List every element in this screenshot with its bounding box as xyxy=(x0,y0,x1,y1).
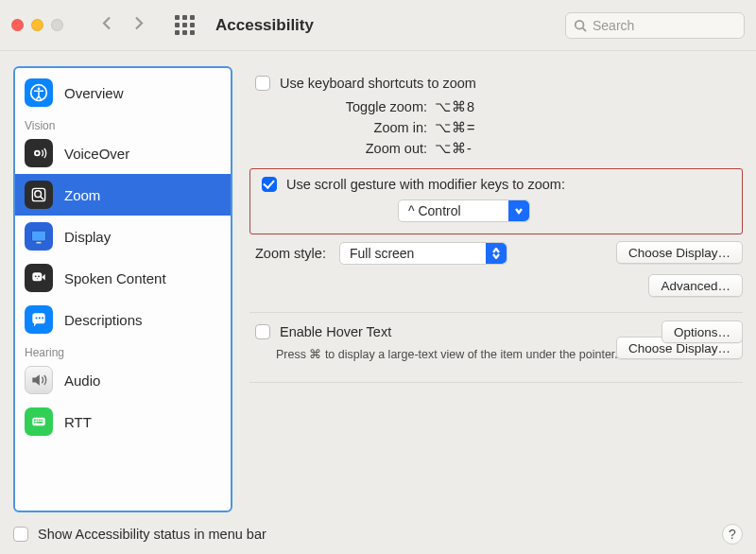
zoom-style-value: Full screen xyxy=(350,246,414,261)
sidebar-item-label: Zoom xyxy=(64,187,100,203)
rtt-icon xyxy=(25,407,53,436)
sidebar-item-display[interactable]: Display xyxy=(15,216,231,257)
search-icon xyxy=(574,19,587,32)
zoom-out-value: ⌥⌘- xyxy=(435,138,586,159)
svg-point-18 xyxy=(42,317,43,319)
modifier-key-select[interactable]: ^ Control xyxy=(398,199,530,222)
window-minimize-button[interactable] xyxy=(31,19,43,31)
sidebar-item-label: Audio xyxy=(64,372,100,389)
back-button[interactable] xyxy=(99,15,114,35)
help-button[interactable]: ? xyxy=(722,524,743,545)
window-zoom-button[interactable] xyxy=(51,19,63,31)
show-all-prefs-button[interactable] xyxy=(175,15,195,35)
accessibility-icon xyxy=(25,78,53,107)
sidebar-item-audio[interactable]: Audio xyxy=(15,359,231,401)
chevron-right-icon xyxy=(131,15,146,31)
svg-point-7 xyxy=(35,191,42,198)
svg-point-3 xyxy=(38,88,41,91)
sidebar-item-spoken-content[interactable]: Spoken Content xyxy=(15,257,231,299)
svg-rect-20 xyxy=(34,420,36,422)
enable-hover-text-label: Enable Hover Text xyxy=(280,324,391,339)
sidebar-item-descriptions[interactable]: Descriptions xyxy=(15,299,231,340)
use-scroll-gesture-label: Use scroll gesture with modifier keys to… xyxy=(286,177,565,192)
spoken-content-icon xyxy=(25,264,53,292)
search-placeholder: Search xyxy=(593,18,634,33)
svg-line-1 xyxy=(583,27,587,31)
zoom-in-label: Zoom in: xyxy=(284,117,435,138)
footer: Show Accessibility status in menu bar ? xyxy=(13,524,743,545)
sidebar-group-vision: Vision xyxy=(15,113,231,132)
svg-rect-9 xyxy=(32,231,46,241)
sidebar-item-label: Spoken Content xyxy=(64,270,166,286)
svg-rect-23 xyxy=(42,420,43,422)
sidebar-item-label: Display xyxy=(64,229,111,245)
use-keyboard-shortcuts-label: Use keyboard shortcuts to zoom xyxy=(280,76,476,91)
svg-point-12 xyxy=(35,275,37,277)
scroll-gesture-highlight: Use scroll gesture with modifier keys to… xyxy=(249,168,743,234)
sidebar-item-voiceover[interactable]: VoiceOver xyxy=(15,132,231,174)
options-button[interactable]: Options… xyxy=(662,320,743,343)
advanced-button[interactable]: Advanced… xyxy=(648,274,743,297)
sidebar-item-label: RTT xyxy=(64,414,92,430)
sidebar-item-label: Overview xyxy=(64,85,124,101)
nav-arrows xyxy=(99,15,146,35)
svg-point-17 xyxy=(39,317,41,319)
zoom-style-label: Zoom style: xyxy=(255,246,330,261)
sidebar-item-overview[interactable]: Overview xyxy=(15,72,231,113)
svg-rect-21 xyxy=(37,420,39,422)
zoom-in-value: ⌥⌘= xyxy=(435,117,586,138)
svg-rect-22 xyxy=(39,420,41,422)
sidebar-item-label: VoiceOver xyxy=(64,146,129,162)
svg-point-16 xyxy=(35,317,37,319)
window-title: Accessibility xyxy=(215,16,314,35)
svg-rect-25 xyxy=(37,422,43,424)
zoom-icon xyxy=(25,181,53,209)
sidebar-item-label: Descriptions xyxy=(64,312,143,328)
show-status-menubar-label: Show Accessibility status in menu bar xyxy=(38,527,266,542)
svg-rect-24 xyxy=(34,422,36,424)
audio-icon xyxy=(25,366,53,394)
enable-hover-text-checkbox[interactable] xyxy=(255,324,270,339)
svg-line-8 xyxy=(41,197,43,199)
svg-rect-10 xyxy=(37,242,42,244)
titlebar: Accessibility Search xyxy=(0,0,756,51)
svg-point-5 xyxy=(36,152,39,155)
sidebar-group-hearing: Hearing xyxy=(15,340,231,359)
separator xyxy=(249,312,743,313)
modifier-key-value: ^ Control xyxy=(408,203,461,218)
stepper-icon xyxy=(486,243,507,264)
chevron-down-icon xyxy=(508,200,529,221)
choose-display-button[interactable]: Choose Display… xyxy=(616,241,743,264)
forward-button[interactable] xyxy=(131,15,146,35)
use-scroll-gesture-checkbox[interactable] xyxy=(262,177,277,192)
use-keyboard-shortcuts-checkbox[interactable] xyxy=(255,76,270,91)
sidebar-item-zoom[interactable]: Zoom xyxy=(15,174,231,216)
svg-rect-11 xyxy=(32,272,42,281)
search-field[interactable]: Search xyxy=(565,12,745,39)
descriptions-icon xyxy=(25,305,53,334)
chevron-left-icon xyxy=(99,15,114,31)
window-close-button[interactable] xyxy=(11,19,24,31)
toggle-zoom-label: Toggle zoom: xyxy=(284,96,435,117)
sidebar-item-rtt[interactable]: RTT xyxy=(15,401,231,442)
separator xyxy=(249,382,743,383)
svg-point-14 xyxy=(37,278,38,279)
main-panel: Use keyboard shortcuts to zoom Toggle zo… xyxy=(249,66,743,512)
show-status-menubar-checkbox[interactable] xyxy=(13,527,28,542)
svg-point-0 xyxy=(576,20,584,28)
zoom-style-select[interactable]: Full screen xyxy=(339,242,507,265)
svg-point-13 xyxy=(38,275,40,277)
sidebar: Overview Vision VoiceOver Zoom Display xyxy=(13,66,232,512)
voiceover-icon xyxy=(25,139,53,167)
display-icon xyxy=(25,222,53,251)
zoom-out-label: Zoom out: xyxy=(284,138,435,159)
toggle-zoom-value: ⌥⌘8 xyxy=(435,96,586,117)
